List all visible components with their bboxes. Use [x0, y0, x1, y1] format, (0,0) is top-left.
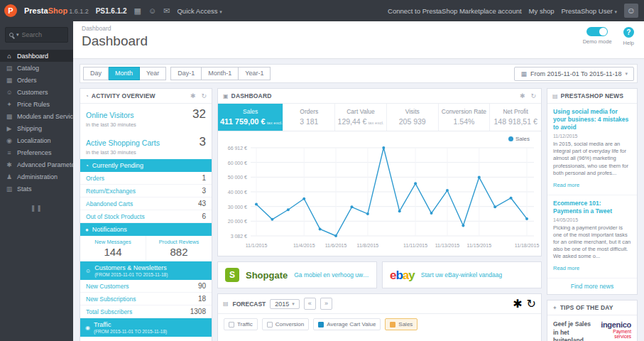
- shop-name[interactable]: PS1.6.1.2: [96, 7, 127, 15]
- kpi-value: 148 918,51 €: [494, 117, 537, 126]
- sidebar-item-shipping[interactable]: ▶Shipping: [0, 122, 73, 134]
- legend-average-cart-value[interactable]: Average Cart Value: [313, 318, 381, 330]
- kpi-net-profit[interactable]: Net Profit 148 918,51 €: [490, 104, 541, 131]
- pending-orders-row[interactable]: Orders 1: [80, 172, 212, 185]
- refresh-icon[interactable]: ↻: [530, 92, 536, 99]
- month-button[interactable]: Month: [109, 67, 140, 80]
- row-label[interactable]: Total Subscribers: [86, 308, 132, 315]
- ebay-promo[interactable]: ebay Start uw eBay-winkel vandaag: [382, 261, 542, 288]
- read-more-link[interactable]: Read more: [553, 182, 579, 188]
- panel-header: ✦ TIPS OF THE DAY: [547, 301, 637, 315]
- sidebar-item-preferences[interactable]: ≡Preferences: [0, 146, 73, 158]
- row-label[interactable]: New Subscriptions: [86, 296, 136, 303]
- sidebar-item-localization[interactable]: ◉Localization: [0, 134, 73, 146]
- my-shop-link[interactable]: My shop: [529, 7, 555, 15]
- year-1-button[interactable]: Year-1: [239, 67, 271, 80]
- online-visitors-label[interactable]: Online Visitors: [86, 111, 134, 119]
- sidebar-item-stats[interactable]: ▥Stats: [0, 183, 73, 195]
- kpi-cart-value[interactable]: Cart Value 129,44 €tax excl.: [335, 104, 387, 131]
- cart-icon[interactable]: ▦: [134, 7, 141, 15]
- sidebar-item-modules[interactable]: ▩Modules and Services: [0, 110, 73, 122]
- user-menu[interactable]: PrestaShop User ▾: [562, 7, 618, 15]
- sidebar-collapse-button[interactable]: ❚❚: [0, 195, 73, 212]
- active-carts-label[interactable]: Active Shopping Carts: [86, 139, 160, 147]
- prestashop-logo-icon[interactable]: P: [4, 4, 17, 17]
- row-label[interactable]: Out of Stock Products: [86, 213, 145, 220]
- sidebar-item-advanced-parameters[interactable]: ✱Advanced Parameters: [0, 158, 73, 170]
- forecast-prev-button[interactable]: «: [304, 298, 316, 310]
- refresh-icon[interactable]: ↻: [201, 92, 207, 99]
- kpi-label: Conversion Rate: [441, 108, 488, 115]
- pending-returns-row[interactable]: Return/Exchanges 3: [80, 185, 212, 197]
- read-more-link[interactable]: Read more: [553, 265, 579, 271]
- row-label[interactable]: Abandoned Carts: [86, 200, 133, 207]
- panel-title: PRESTASHOP NEWS: [561, 92, 632, 99]
- customers-topbar-icon[interactable]: ☺: [148, 7, 156, 15]
- gear-icon[interactable]: ✱: [190, 92, 196, 99]
- forecast-next-button[interactable]: »: [320, 298, 332, 310]
- new-messages-cell[interactable]: New Messages 144: [80, 236, 146, 261]
- gear-icon[interactable]: ✱: [520, 92, 525, 99]
- messages-icon[interactable]: ✉: [163, 7, 170, 15]
- avatar[interactable]: ☺: [624, 4, 638, 18]
- sidebar-item-orders[interactable]: ▦Orders: [0, 74, 73, 86]
- marketplace-link[interactable]: Connect to PrestaShop Marketplace accoun…: [388, 7, 522, 15]
- checkbox-icon[interactable]: [229, 322, 234, 328]
- section-title-wrap: Customers & Newsletters (FROM 2015-11-01…: [94, 264, 168, 277]
- sidebar-item-customers[interactable]: ☺Customers: [0, 86, 73, 98]
- demo-mode-control[interactable]: Demo mode: [583, 27, 612, 46]
- google-analytics-link[interactable]: ⇄ Link to your Google Analytics account: [80, 337, 212, 341]
- total-subscribers-row[interactable]: Total Subscribers 1308: [80, 305, 212, 318]
- forecast-year-select[interactable]: 2015▾: [270, 299, 300, 309]
- row-label[interactable]: New Customers: [86, 283, 129, 290]
- sidebar-item-dashboard[interactable]: ⌂Dashboard: [0, 50, 73, 62]
- row-label[interactable]: Orders: [86, 175, 104, 182]
- legend-sales[interactable]: Sales: [385, 318, 417, 330]
- legend-conversion[interactable]: Conversion: [262, 318, 309, 330]
- search-scope-caret-icon[interactable]: ▾: [16, 32, 19, 38]
- kpi-orders[interactable]: Orders 3 181: [283, 104, 335, 131]
- checkbox-icon[interactable]: [267, 322, 273, 328]
- chart-legend[interactable]: Sales: [219, 136, 534, 142]
- product-reviews-cell[interactable]: Product Reviews 882: [146, 236, 212, 261]
- article-title[interactable]: Using social media for your business: 4 …: [553, 108, 631, 131]
- checkbox-icon[interactable]: [390, 322, 395, 328]
- online-visitors-row[interactable]: Online Visitors 32: [80, 104, 212, 121]
- legend-traffic[interactable]: Traffic: [224, 318, 258, 330]
- kpi-sales[interactable]: Sales 411 759,00 €tax excl.: [218, 104, 283, 131]
- chart-plot[interactable]: 11/1/201511/4/201511/6/201511/8/201511/1…: [251, 142, 534, 251]
- new-subscriptions-row[interactable]: New Subscriptions 18: [80, 293, 212, 305]
- find-more-news-link[interactable]: Find more news: [547, 278, 637, 294]
- gear-icon[interactable]: ✱: [513, 297, 522, 310]
- new-customers-row[interactable]: New Customers 90: [80, 280, 212, 293]
- article-title[interactable]: Ecommerce 101: Payments in a Tweet: [553, 200, 631, 215]
- row-label[interactable]: Return/Exchanges: [86, 188, 136, 195]
- kpi-conversion-rate[interactable]: Conversion Rate 1.54%: [439, 104, 491, 131]
- day-button[interactable]: Day: [83, 67, 109, 80]
- year-button[interactable]: Year: [140, 67, 166, 80]
- help-control[interactable]: ? Help: [623, 27, 634, 46]
- breadcrumb[interactable]: Dashboard: [82, 25, 635, 32]
- news-icon: ▤: [552, 93, 558, 99]
- month-1-button[interactable]: Month-1: [202, 67, 239, 80]
- chart-x-tick: 11/13/2015: [435, 243, 460, 248]
- kpi-visits[interactable]: Visits 205 939: [387, 104, 439, 131]
- sidebar-item-price-rules[interactable]: ✦Price Rules: [0, 98, 73, 110]
- checkbox-icon[interactable]: [318, 322, 324, 328]
- active-carts-row[interactable]: Active Shopping Carts 3: [80, 131, 212, 149]
- demo-mode-toggle[interactable]: [586, 27, 608, 36]
- help-icon[interactable]: ?: [623, 27, 634, 38]
- refresh-icon[interactable]: ↻: [527, 297, 536, 310]
- out-of-stock-row[interactable]: Out of Stock Products 6: [80, 210, 212, 223]
- search-input[interactable]: [22, 31, 64, 38]
- sidebar-item-catalog[interactable]: ▤Catalog: [0, 62, 73, 74]
- day-1-button[interactable]: Day-1: [170, 67, 202, 80]
- sidebar-search[interactable]: ▾: [5, 27, 68, 43]
- shopgate-link[interactable]: Ga mobiel en verhoog uw omzet: [294, 271, 369, 278]
- shopgate-promo[interactable]: S Shopgate Ga mobiel en verhoog uw omzet: [217, 261, 377, 288]
- ebay-link[interactable]: Start uw eBay-winkel vandaag: [421, 271, 502, 278]
- abandoned-carts-row[interactable]: Abandoned Carts 43: [80, 197, 212, 210]
- sidebar-item-administration[interactable]: ♟Administration: [0, 170, 73, 183]
- quick-access-menu[interactable]: Quick Access ▾: [177, 7, 222, 15]
- date-range-picker[interactable]: ▦ From 2015-11-01 To 2015-11-18 ▾: [514, 67, 634, 81]
